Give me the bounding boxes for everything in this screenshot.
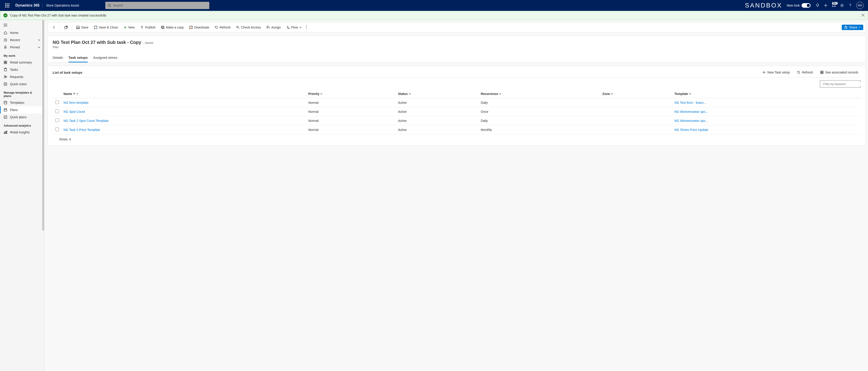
- settings-icon[interactable]: [840, 3, 844, 7]
- nav-group-templates: Manage templates & plans: [0, 88, 44, 99]
- nav-requests[interactable]: Requests: [0, 73, 44, 81]
- global-search[interactable]: Search: [105, 2, 209, 9]
- save-button[interactable]: Save: [74, 24, 91, 31]
- table-row[interactable]: NG Task 3 Price TemplateNormalActiveMont…: [53, 125, 861, 134]
- open-new-window-button[interactable]: [62, 24, 70, 31]
- svg-point-0: [108, 4, 110, 6]
- row-zone: [600, 116, 673, 125]
- row-template-link[interactable]: NG Womenswear spo...: [675, 119, 708, 123]
- see-associated-records-button[interactable]: See associated records: [818, 70, 861, 75]
- col-recurrence[interactable]: Recurrence: [479, 90, 600, 98]
- help-icon[interactable]: [848, 3, 852, 7]
- subgrid-refresh-button[interactable]: Refresh: [795, 70, 815, 75]
- nav-tasks[interactable]: Tasks: [0, 66, 44, 73]
- save-close-button[interactable]: Save & Close: [92, 24, 120, 31]
- nav-recent[interactable]: Recent: [0, 36, 44, 43]
- col-template[interactable]: Template: [673, 90, 861, 98]
- close-notification-icon[interactable]: [862, 13, 865, 18]
- lightbulb-icon[interactable]: [815, 3, 819, 7]
- make-copy-button[interactable]: Make a copy: [159, 24, 186, 31]
- row-name-link[interactable]: NG Task 3 Price Template: [64, 128, 100, 131]
- notifications-icon[interactable]: 99+: [832, 3, 836, 7]
- plus-icon: [123, 26, 127, 29]
- row-status: Active: [396, 116, 479, 125]
- share-icon: [844, 26, 848, 29]
- overflow-menu[interactable]: [305, 24, 308, 31]
- row-checkbox[interactable]: [55, 119, 59, 122]
- row-checkbox[interactable]: [55, 100, 59, 104]
- nav-pinned[interactable]: Pinned: [0, 43, 44, 51]
- plus-icon[interactable]: [824, 3, 828, 7]
- row-name-link[interactable]: NG form template: [64, 101, 88, 104]
- svg-point-51: [306, 25, 307, 26]
- filter-input[interactable]: [823, 82, 861, 86]
- table-row[interactable]: NG Spot CountNormalActiveOnceNG Womenswe…: [53, 107, 861, 116]
- check-access-button[interactable]: Check Access: [234, 24, 263, 31]
- sidebar-scrollbar[interactable]: [42, 20, 44, 230]
- tab-assigned-stores[interactable]: Assigned stores: [93, 53, 117, 62]
- row-template-link[interactable]: NG Womenswear spo...: [675, 110, 708, 114]
- nav-quick-notes[interactable]: Quick notes: [0, 81, 44, 88]
- share-button[interactable]: Share: [842, 25, 863, 30]
- app-launcher-icon[interactable]: [2, 3, 13, 7]
- svg-line-37: [66, 26, 67, 27]
- row-checkbox[interactable]: [55, 127, 59, 131]
- chevron-down-icon: [38, 46, 40, 49]
- notification-badge: 99+: [832, 2, 838, 4]
- hamburger-icon[interactable]: [0, 22, 44, 29]
- col-status[interactable]: Status: [396, 90, 479, 98]
- table-row[interactable]: NG form templateNormalActiveDailyNG Test…: [53, 98, 861, 107]
- deactivate-button[interactable]: Deactivate: [187, 24, 211, 31]
- tab-details[interactable]: Details: [53, 53, 63, 62]
- col-priority[interactable]: Priority: [307, 90, 396, 98]
- row-template-link[interactable]: NG Test form - branc...: [675, 101, 706, 104]
- col-select[interactable]: [53, 90, 62, 98]
- nav-plans[interactable]: Plans: [0, 106, 44, 114]
- row-template-link[interactable]: NG Shoes Price Update: [675, 128, 708, 131]
- flow-icon: [286, 26, 290, 29]
- user-avatar[interactable]: MS: [856, 2, 864, 9]
- svg-point-2: [816, 4, 819, 6]
- nav-templates[interactable]: Templates: [0, 99, 44, 106]
- record-tabs: Details Task setups Assigned stores: [53, 53, 861, 62]
- tab-task-setups[interactable]: Task setups: [68, 53, 88, 62]
- svg-rect-15: [4, 61, 5, 62]
- filter-keyword-input[interactable]: [820, 80, 861, 88]
- row-name-link[interactable]: NG Spot Count: [64, 110, 85, 114]
- nav-retail-summary[interactable]: Retail summary: [0, 59, 44, 66]
- top-bar: Dynamics 365 Store Operations Assist Sea…: [0, 0, 868, 11]
- chevron-down-icon: [409, 93, 411, 95]
- assign-button[interactable]: Assign: [264, 24, 283, 31]
- app-title[interactable]: Store Operations Assist: [42, 4, 83, 7]
- svg-rect-35: [6, 131, 7, 134]
- new-task-setup-button[interactable]: New Task setup: [760, 70, 792, 75]
- publish-button[interactable]: Publish: [138, 24, 158, 31]
- refresh-button[interactable]: Refresh: [212, 24, 233, 31]
- notification-message: Copy of NG Test Plan Oct 27 with Sub tas…: [10, 13, 862, 17]
- new-button[interactable]: New: [121, 24, 137, 31]
- chevron-down-icon: [689, 93, 691, 95]
- nav-retail-insights[interactable]: Retail insights: [0, 129, 44, 136]
- row-name-link[interactable]: NG Task 2 Spot Count Template: [64, 119, 108, 123]
- col-name[interactable]: Name: [62, 90, 307, 98]
- back-button[interactable]: [50, 24, 58, 31]
- col-zone[interactable]: Zone: [600, 90, 673, 98]
- nav-home[interactable]: Home: [0, 29, 44, 36]
- row-checkbox[interactable]: [55, 110, 59, 113]
- insights-icon: [4, 130, 7, 134]
- brand-label[interactable]: Dynamics 365: [13, 3, 42, 7]
- record-header-card: NG Test Plan Oct 27 with Sub task - Copy…: [48, 35, 866, 63]
- toggle-switch[interactable]: [802, 3, 811, 8]
- nav-quick-plans[interactable]: Quick plans: [0, 114, 44, 121]
- new-look-toggle[interactable]: New look: [786, 3, 811, 8]
- svg-point-52: [306, 27, 307, 27]
- row-zone: [600, 107, 673, 116]
- flow-button[interactable]: Flow: [284, 24, 304, 31]
- svg-rect-34: [5, 131, 6, 134]
- table-row[interactable]: NG Task 2 Spot Count TemplateNormalActiv…: [53, 116, 861, 125]
- svg-rect-38: [77, 28, 79, 29]
- svg-rect-26: [4, 101, 7, 104]
- task-setups-subgrid: List of task setups New Task setup Refre…: [48, 66, 866, 146]
- row-count: Rows: 4: [53, 137, 861, 141]
- row-recurrence: Daily: [479, 116, 600, 125]
